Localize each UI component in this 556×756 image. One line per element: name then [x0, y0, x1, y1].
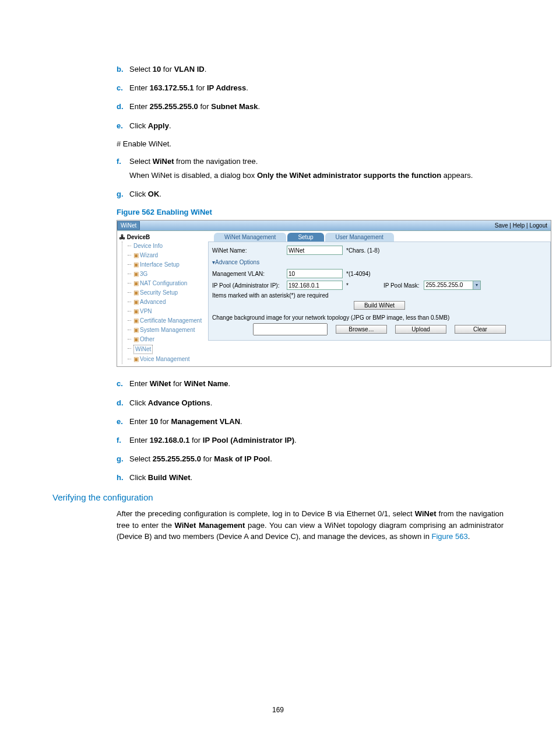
- tree-voice[interactable]: ▣Voice Management: [128, 355, 207, 364]
- titlebar-label: WiNet: [117, 221, 140, 230]
- step2-h: h.Click Build WiNet.: [117, 473, 504, 483]
- clear-button[interactable]: Clear: [455, 325, 506, 334]
- nav-tree: 🖧 DeviceB Device Info ▣Wizard ▣Interface…: [117, 231, 208, 366]
- figure-link[interactable]: Figure 563: [431, 532, 467, 541]
- folder-icon: ▣: [133, 252, 139, 258]
- folder-icon: ▣: [133, 261, 139, 268]
- label-name: WiNet Name:: [212, 247, 287, 254]
- bg-note: Change background image for your network…: [212, 314, 547, 321]
- step-f: f.Select WiNet from the navigation tree.…: [117, 156, 504, 181]
- input-winet-name[interactable]: [287, 246, 343, 255]
- tree-device-info[interactable]: Device Info: [128, 242, 207, 251]
- tree-sysmgmt[interactable]: ▣System Management: [128, 326, 207, 335]
- tab-winet-mgmt[interactable]: WiNet Management: [214, 233, 286, 242]
- help-link[interactable]: Help: [513, 222, 525, 229]
- logout-link[interactable]: Logout: [529, 222, 547, 229]
- label-ipmask: IP Pool Mask:: [383, 282, 420, 289]
- input-bg-path[interactable]: [253, 323, 328, 335]
- folder-icon: ▣: [133, 327, 139, 333]
- steps-upper-2: f.Select WiNet from the navigation tree.…: [52, 156, 504, 200]
- folder-icon: ▣: [133, 317, 139, 324]
- hint-name: *Chars. (1-8): [346, 247, 379, 254]
- advance-options-link[interactable]: Advance Options: [212, 259, 259, 265]
- tree-other[interactable]: ▣Other: [128, 335, 207, 344]
- tree-advanced[interactable]: ▣Advanced: [128, 298, 207, 307]
- steps-upper: b.Select 10 for VLAN ID. c.Enter 163.172…: [52, 64, 504, 131]
- label-vlan: Management VLAN:: [212, 271, 287, 277]
- build-winet-button[interactable]: Build WiNet: [354, 301, 405, 310]
- dropdown-icon: ▾: [473, 281, 480, 289]
- figure-562: WiNet Save | Help | Logout 🖧 DeviceB Dev…: [117, 220, 551, 367]
- step2-g: g.Select 255.255.255.0 for Mask of IP Po…: [117, 454, 504, 464]
- tabs: WiNet Management Setup User Management: [208, 231, 551, 242]
- tree-security[interactable]: ▣Security Setup: [128, 288, 207, 298]
- step-b: b.Select 10 for VLAN ID.: [117, 64, 504, 75]
- asterisk-note: Items marked with an asterisk(*) are req…: [212, 292, 547, 299]
- select-ipmask[interactable]: 255.255.255.0▾: [424, 281, 481, 290]
- step-d: d.Enter 255.255.255.0 for Subnet Mask.: [117, 102, 504, 112]
- tree-root[interactable]: 🖧 DeviceB: [119, 233, 207, 242]
- title-bar: WiNet Save | Help | Logout: [117, 220, 551, 231]
- hint-vlan: *(1-4094): [346, 271, 371, 277]
- tab-user-mgmt[interactable]: User Management: [325, 233, 394, 242]
- page-number: 169: [52, 706, 504, 714]
- section-heading: Verifying the configuration: [52, 492, 504, 502]
- folder-icon: ▣: [133, 289, 139, 296]
- upload-button[interactable]: Upload: [395, 325, 446, 334]
- step-c: c.Enter 163.172.55.1 for IP Address.: [117, 83, 504, 93]
- folder-icon: ▣: [133, 336, 139, 342]
- step-e: e.Click Apply.: [117, 121, 504, 131]
- step-f-sub: When WiNet is disabled, a dialog box Onl…: [129, 170, 504, 181]
- steps-lower: c.Enter WiNet for WiNet Name. d.Click Ad…: [52, 379, 504, 483]
- verify-paragraph: After the preceding configuration is com…: [117, 508, 504, 542]
- tree-wizard[interactable]: ▣Wizard: [128, 251, 207, 260]
- step2-f: f.Enter 192.168.0.1 for IP Pool (Adminis…: [117, 435, 504, 446]
- browse-button[interactable]: Browse…: [336, 325, 387, 334]
- step2-d: d.Click Advance Options.: [117, 398, 504, 408]
- tree-vpn[interactable]: ▣VPN: [128, 307, 207, 316]
- tree-interface-setup[interactable]: ▣Interface Setup: [128, 260, 207, 270]
- folder-icon: ▣: [133, 356, 139, 362]
- folder-icon: ▣: [133, 271, 139, 277]
- input-ippool[interactable]: [287, 281, 343, 290]
- step-g: g.Click OK.: [117, 189, 504, 200]
- tree-3g[interactable]: ▣3G: [128, 270, 207, 279]
- hint-ippool: *: [346, 282, 349, 289]
- tree-cert[interactable]: ▣Certificate Management: [128, 316, 207, 326]
- folder-icon: ▣: [133, 280, 139, 286]
- label-ippool: IP Pool (Administrator IP):: [212, 282, 287, 289]
- setup-form: WiNet Name: *Chars. (1-8) Advance Option…: [208, 242, 551, 341]
- folder-icon: ▣: [133, 308, 139, 314]
- figure-caption: Figure 562 Enabling WiNet: [117, 208, 504, 216]
- tree-winet[interactable]: WiNet: [128, 344, 207, 355]
- tab-setup[interactable]: Setup: [287, 233, 323, 242]
- tree-nat[interactable]: ▣NAT Configuration: [128, 279, 207, 288]
- enable-note: # Enable WiNet.: [52, 139, 504, 148]
- input-vlan[interactable]: [287, 269, 343, 278]
- folder-icon: ▣: [133, 299, 139, 305]
- title-links: Save | Help | Logout: [495, 222, 551, 229]
- main-panel: WiNet Management Setup User Management W…: [208, 231, 551, 366]
- step2-e: e.Enter 10 for Management VLAN.: [117, 416, 504, 427]
- step2-c: c.Enter WiNet for WiNet Name.: [117, 379, 504, 389]
- save-link[interactable]: Save: [495, 222, 508, 229]
